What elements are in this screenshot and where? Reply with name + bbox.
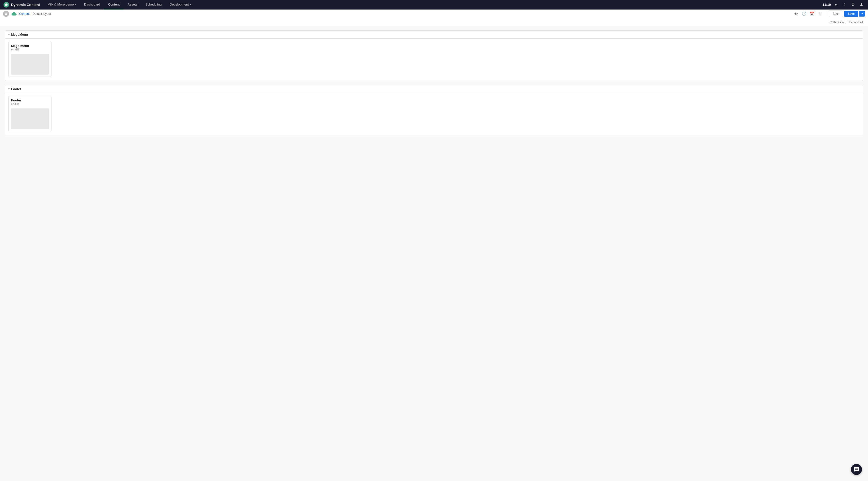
card-locale-footer: en-GB [11,102,49,105]
preview-icon-button[interactable]: 👁 [793,10,800,17]
card-thumbnail-footer [11,108,49,129]
chat-button[interactable] [851,464,862,475]
card-thumbnail-mega-menu [11,54,49,74]
nav-right: 11:10 ▾ ? ⚙ [819,0,868,9]
logo-icon [3,2,9,7]
back-button[interactable]: Back [829,10,843,17]
section-content-mega-menu: Mega menu en-GB [5,39,863,81]
breadcrumb-default-layout: Default layout [32,12,51,15]
nav-time: 11:10 [823,3,831,6]
card-info-footer: Footer en-GB [8,96,51,107]
main-content: ▾ MegaMenu Mega menu en-GB ▾ Footer Foot… [0,26,868,481]
nav-item-dashboard[interactable]: Dashboard [80,0,104,9]
nav-label-milk-more: Milk & More demo [48,2,74,6]
card-mega-menu[interactable]: Mega menu en-GB [8,42,52,77]
svg-point-0 [5,3,8,6]
card-title-footer: Footer [11,98,49,102]
nav-label-dashboard: Dashboard [84,2,100,6]
section-footer: ▾ Footer Footer en-GB [5,85,863,135]
info-icon-button[interactable]: ℹ [816,10,824,17]
nav-item-milk-more[interactable]: Milk & More demo ▾ [43,0,80,9]
top-nav: Dynamic Content Milk & More demo ▾ Dashb… [0,0,868,9]
section-label-mega-menu: MegaMenu [11,33,28,36]
nav-item-development[interactable]: Development ▾ [165,0,195,9]
settings-icon-button[interactable]: ⚙ [849,1,857,8]
chevron-down-icon: ▾ [75,3,76,6]
nav-item-content[interactable]: Content [104,0,124,9]
history-icon-button[interactable]: 🕐 [800,10,807,17]
nav-label-content: Content [108,2,120,6]
chevron-down-icon-dev: ▾ [190,3,191,6]
user-avatar[interactable] [3,11,9,17]
breadcrumb: Content / Default layout [19,12,51,15]
user-icon-button[interactable] [858,1,865,8]
save-arrow-button[interactable]: ▾ [859,11,865,17]
app-title: Dynamic Content [11,3,40,7]
nav-label-scheduling: Scheduling [146,2,161,6]
nav-item-assets[interactable]: Assets [124,0,142,9]
toolbar-separator: | [847,21,847,24]
nav-items: Milk & More demo ▾ Dashboard Content Ass… [43,0,819,9]
card-info-mega-menu: Mega menu en-GB [8,42,51,53]
breadcrumb-separator: / [31,12,31,15]
calendar-icon-button[interactable]: 📅 [808,10,815,17]
app-logo[interactable]: Dynamic Content [0,0,43,9]
section-chevron-mega-menu: ▾ [8,33,9,36]
nav-label-assets: Assets [128,2,137,6]
nav-label-development: Development [169,2,189,6]
section-header-footer[interactable]: ▾ Footer [5,85,863,93]
section-header-mega-menu[interactable]: ▾ MegaMenu [5,30,863,39]
secondary-bar: Content / Default layout 👁 🕐 📅 ℹ Back Sa… [0,9,868,18]
collapse-all-button[interactable]: Collapse all [830,21,845,24]
section-mega-menu: ▾ MegaMenu Mega menu en-GB [5,30,863,81]
breadcrumb-content[interactable]: Content [19,12,30,15]
card-footer[interactable]: Footer en-GB [8,96,52,131]
section-label-footer: Footer [11,87,21,91]
secondary-icons: 👁 🕐 📅 ℹ Back Save ▾ [793,10,865,17]
card-title-mega-menu: Mega menu [11,44,49,48]
cloud-icon[interactable] [11,11,17,17]
nav-item-scheduling[interactable]: Scheduling [142,0,165,9]
card-locale-mega-menu: en-GB [11,48,49,51]
time-chevron-button[interactable]: ▾ [832,1,839,8]
expand-all-button[interactable]: Expand all [849,21,863,24]
save-button[interactable]: Save [844,11,858,17]
section-chevron-footer: ▾ [8,88,9,90]
toolbar-actions: Collapse all | Expand all [830,21,863,24]
help-icon-button[interactable]: ? [841,1,848,8]
toolbar: Collapse all | Expand all [0,18,868,26]
section-content-footer: Footer en-GB [5,93,863,135]
